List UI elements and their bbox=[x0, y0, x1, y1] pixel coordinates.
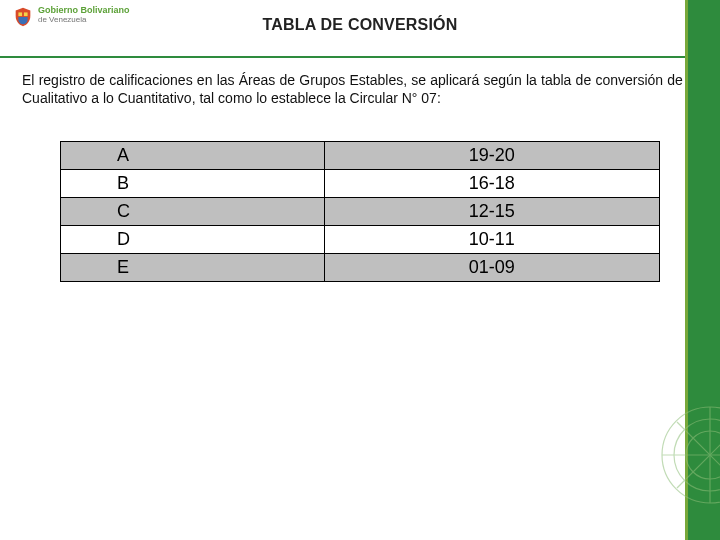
side-decoration bbox=[655, 395, 720, 515]
range-cell: 16-18 bbox=[324, 170, 659, 198]
gov-logo: Gobierno Bolivariano de Venezuela bbox=[12, 6, 130, 28]
table-row: A19-20 bbox=[61, 142, 660, 170]
conversion-table-wrap: A19-20B16-18C12-15D10-11E01-09 bbox=[60, 141, 660, 282]
grade-cell: A bbox=[61, 142, 325, 170]
intro-paragraph: El registro de calificaciones en las Áre… bbox=[0, 58, 720, 107]
logo-line1b: Bolivariano bbox=[81, 5, 130, 15]
table-row: D10-11 bbox=[61, 226, 660, 254]
svg-rect-7 bbox=[18, 12, 22, 16]
grade-cell: C bbox=[61, 198, 325, 226]
logo-text: Gobierno Bolivariano de Venezuela bbox=[38, 6, 130, 24]
grade-cell: D bbox=[61, 226, 325, 254]
logo-line1a: Gobierno bbox=[38, 5, 78, 15]
range-cell: 12-15 bbox=[324, 198, 659, 226]
svg-rect-8 bbox=[24, 12, 28, 16]
range-cell: 19-20 bbox=[324, 142, 659, 170]
range-cell: 10-11 bbox=[324, 226, 659, 254]
grade-cell: B bbox=[61, 170, 325, 198]
header: Gobierno Bolivariano de Venezuela TABLA … bbox=[0, 0, 720, 46]
table-row: E01-09 bbox=[61, 254, 660, 282]
table-row: C12-15 bbox=[61, 198, 660, 226]
range-cell: 01-09 bbox=[324, 254, 659, 282]
grade-cell: E bbox=[61, 254, 325, 282]
logo-line2: de Venezuela bbox=[38, 16, 130, 24]
table-row: B16-18 bbox=[61, 170, 660, 198]
conversion-table: A19-20B16-18C12-15D10-11E01-09 bbox=[60, 141, 660, 282]
shield-icon bbox=[12, 6, 34, 28]
